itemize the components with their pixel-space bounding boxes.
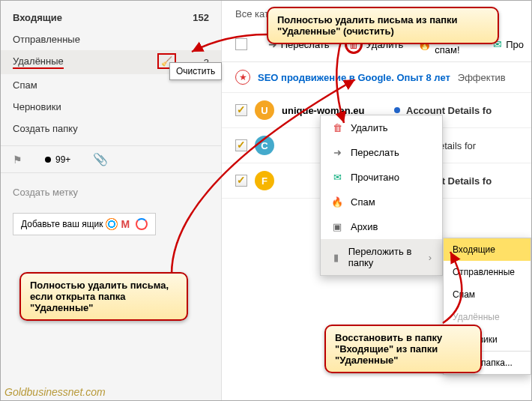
dot-icon — [45, 157, 51, 163]
callout-top: Полностью удалить письма из папки "Удале… — [267, 7, 499, 44]
unread-pill[interactable]: 99+ — [45, 154, 70, 165]
ctx-spam[interactable]: 🔥 Спам — [321, 190, 442, 214]
tab-all[interactable]: Все кат — [235, 8, 269, 19]
promo-tail: Эффектив — [458, 72, 506, 83]
watermark: Goldbusinessnet.com — [4, 386, 106, 398]
sub-sent[interactable]: Отправленные — [444, 261, 531, 283]
addbox-label: Добавьте ваш ящик — [21, 219, 103, 229]
callout-left: Полностью удалить письма, если открыта п… — [19, 272, 188, 321]
folder-label: Отправленные — [13, 34, 80, 45]
row-checkbox[interactable] — [235, 175, 247, 187]
star-icon: ★ — [235, 70, 250, 85]
avatar: F — [255, 171, 274, 190]
other-mail-icon — [136, 218, 148, 230]
folder-label: Входящие — [13, 12, 62, 23]
unread-dot-icon — [394, 107, 400, 113]
gmail-icon: M — [121, 218, 133, 230]
folder-label: Черновики — [13, 101, 61, 112]
folder-label: Спам — [13, 79, 37, 91]
unread-count: 99+ — [55, 154, 70, 165]
avatar: C — [255, 136, 274, 155]
folder-sent[interactable]: Отправленные — [1, 28, 221, 50]
ctx-move[interactable]: ▮ Переложить в папку › — [321, 239, 442, 275]
fire-icon: 🔥 — [331, 196, 343, 208]
attachment-icon[interactable]: 📎 — [93, 152, 108, 166]
folder-label: Удалённые — [13, 55, 64, 69]
ctx-delete[interactable]: 🗑 Удалить — [321, 115, 442, 140]
select-all-checkbox[interactable] — [235, 38, 247, 50]
create-label[interactable]: Создать метку — [1, 179, 221, 205]
flag-icon[interactable]: ⚑ — [13, 154, 22, 166]
folder-icon: ▮ — [331, 252, 341, 263]
folder-count: 152 — [193, 12, 209, 23]
context-menu: 🗑 Удалить ➜ Переслать ✉ Прочитано 🔥 Спам… — [320, 115, 443, 276]
add-mailbox[interactable]: Добавьте ваш ящик M — [13, 213, 156, 235]
sub-spam[interactable]: Спам — [444, 283, 531, 306]
row-checkbox[interactable] — [235, 139, 247, 151]
ctx-read[interactable]: ✉ Прочитано — [321, 165, 442, 190]
folder-label: Создать папку — [13, 123, 78, 134]
promo-row[interactable]: ★ SEO продвижение в Google. Опыт 8 лет Э… — [222, 62, 531, 93]
row-checkbox[interactable] — [235, 104, 247, 116]
chevron-right-icon: › — [429, 252, 432, 263]
ctx-archive[interactable]: ▣ Архив — [321, 214, 442, 239]
callout-bottom: Восстановить в папку "Входящие" из папки… — [324, 325, 482, 373]
tag-row: ⚑ 99+ 📎 — [1, 145, 221, 173]
sub-inbox[interactable]: Входящие — [444, 238, 531, 261]
ctx-forward[interactable]: ➜ Переслать — [321, 140, 442, 165]
archive-icon: ▣ — [331, 221, 343, 232]
forward-icon: ➜ — [331, 147, 343, 158]
mail-icon: ✉ — [331, 172, 343, 183]
avatar: U — [255, 100, 274, 120]
trash-icon: 🗑 — [331, 122, 343, 133]
tooltip-clear: Очистить — [169, 62, 222, 80]
folder-inbox[interactable]: Входящие 152 — [1, 7, 221, 28]
create-folder[interactable]: Создать папку — [1, 118, 221, 139]
promo-link[interactable]: SEO продвижение в Google. Опыт 8 лет — [258, 72, 450, 83]
sidebar: Входящие 152 Отправленные Удалённые 🧹 3 … — [1, 1, 222, 401]
mailru-icon — [106, 218, 118, 230]
folder-drafts[interactable]: Черновики — [1, 96, 221, 118]
